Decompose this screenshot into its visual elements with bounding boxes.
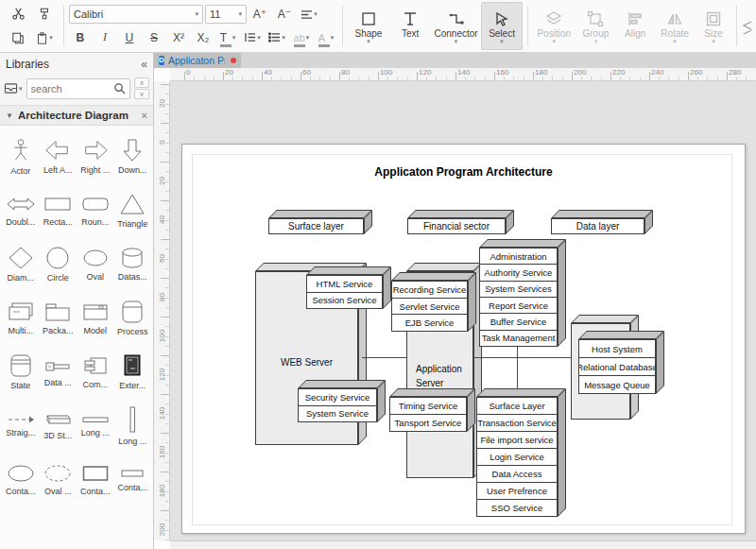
drawing-canvas[interactable]: Applicaton Program Architecture Surface …: [170, 81, 756, 540]
stack-app-top[interactable]: Recording ServiceServlet ServiceEJB Serv…: [391, 272, 476, 332]
library-section-header[interactable]: ▼ Architecture Diagram ×: [0, 105, 153, 126]
stack-web-bottom[interactable]: Security ServiceSystem Service: [298, 380, 386, 422]
underline-button[interactable]: U: [118, 27, 141, 48]
shape-long-bar-horizontal[interactable]: Long ...: [77, 399, 114, 453]
shape-left-arrow[interactable]: Left A...: [40, 129, 77, 183]
search-input[interactable]: [31, 83, 113, 94]
connector-tool-button[interactable]: Connector▼: [431, 2, 481, 50]
stack-row[interactable]: Tansport Service: [390, 415, 466, 431]
stack-row[interactable]: Task Management: [480, 331, 557, 346]
text-style-button[interactable]: T▾: [216, 27, 239, 48]
page: Applicaton Program Architecture Surface …: [181, 144, 746, 534]
shape-model[interactable]: Model: [77, 291, 114, 345]
shape-circle[interactable]: Circle: [40, 237, 77, 291]
stack-row[interactable]: Login Service: [477, 449, 557, 466]
superscript-button[interactable]: X²: [167, 27, 190, 48]
connector-line[interactable]: [473, 357, 517, 358]
bullet-list-button[interactable]: ▾: [266, 27, 288, 48]
shape-right-arrow[interactable]: Right ...: [77, 129, 114, 183]
ruler-label: 240: [649, 68, 688, 80]
horizontal-scrollbar-track[interactable]: [170, 540, 756, 549]
stack-row[interactable]: HTML Service: [307, 276, 382, 293]
font-color-button[interactable]: A▾: [315, 27, 337, 48]
shape-rounded-rectangle[interactable]: Roun...: [77, 183, 114, 237]
shape-component[interactable]: Com...: [77, 345, 114, 399]
shape-triangle[interactable]: Triangle: [114, 183, 152, 237]
scroll-up-button[interactable]: ∧: [134, 77, 149, 88]
shape-container-ellipse[interactable]: Conta...: [2, 453, 40, 506]
stack-data[interactable]: Host SystemRelational DatabaseMessage Qu…: [578, 331, 664, 394]
stack-row[interactable]: Transaction Service: [477, 415, 557, 432]
stack-row[interactable]: File import service: [477, 432, 557, 449]
text-tool-button[interactable]: Text▼: [389, 2, 431, 50]
shape-data-store[interactable]: Data ...: [40, 345, 77, 399]
italic-button[interactable]: I: [94, 27, 116, 48]
stack-row[interactable]: Authority Service: [480, 265, 557, 281]
font-size-select[interactable]: 11 ▾: [205, 5, 247, 24]
stack-row[interactable]: Message Queue: [579, 376, 655, 393]
stack-row[interactable]: Servlet Service: [392, 299, 467, 316]
stack-row[interactable]: System Service: [299, 406, 376, 422]
collapse-panel-icon[interactable]: «: [141, 58, 147, 71]
document-tab[interactable]: D Applicaton Program...: [154, 53, 241, 68]
shrink-font-button[interactable]: A⁻: [273, 4, 296, 25]
stack-app-bottom[interactable]: Timing ServiceTansport Service: [389, 388, 475, 432]
shape-state[interactable]: State: [2, 345, 40, 399]
shape-oval-dashed[interactable]: Oval ...: [40, 453, 77, 506]
line-spacing-button[interactable]: ▾: [241, 27, 264, 48]
select-tool-button[interactable]: Select▼: [481, 2, 523, 50]
library-menu-button[interactable]: ▾: [4, 82, 23, 94]
bold-button[interactable]: B: [69, 27, 92, 48]
stack-row[interactable]: Host System: [579, 340, 655, 358]
library-search[interactable]: [26, 78, 130, 99]
shape-diamond[interactable]: Diam...: [2, 237, 40, 291]
stack-row[interactable]: Surface Layer: [477, 398, 557, 415]
layer-box-data[interactable]: Data layer: [551, 210, 653, 234]
double-arrow-icon: [7, 194, 35, 214]
strikethrough-button[interactable]: S: [143, 27, 165, 48]
stack-row[interactable]: Data Access: [477, 466, 557, 483]
stack-row[interactable]: System Services: [480, 282, 557, 298]
shape-multiplicity[interactable]: Multi...: [2, 291, 40, 345]
shape-tool-button[interactable]: Shape▼: [348, 2, 389, 50]
text-align-button[interactable]: ▾: [298, 4, 320, 25]
layer-box-financial[interactable]: Financial sector: [407, 210, 514, 234]
highlight-button[interactable]: ab▾: [290, 27, 313, 48]
shape-double-arrow[interactable]: Doubl...: [2, 183, 40, 237]
grow-font-button[interactable]: A⁺: [249, 4, 271, 25]
close-library-icon[interactable]: ×: [142, 110, 147, 121]
connector-line[interactable]: [517, 357, 572, 358]
shape-oval[interactable]: Oval: [77, 237, 114, 291]
shape-actor[interactable]: Actor: [2, 129, 40, 183]
subscript-button[interactable]: X₂: [192, 27, 215, 48]
stack-surface[interactable]: Surface LayerTransaction ServiceFile imp…: [476, 388, 566, 517]
stack-row[interactable]: SSO Service: [477, 500, 557, 516]
connector-line[interactable]: [362, 357, 406, 358]
stack-row[interactable]: User Prefrence: [477, 483, 557, 500]
stack-row[interactable]: Administration: [480, 249, 557, 265]
shape-3d-stick[interactable]: 3D St...: [40, 399, 77, 453]
dropdown-caret-icon: ▾: [49, 34, 53, 42]
stack-row[interactable]: Session Service: [307, 293, 382, 309]
layer-box-surface[interactable]: Surface layer: [268, 210, 372, 234]
shape-straight-arrow[interactable]: Straig...: [2, 399, 40, 453]
format-painter-button[interactable]: [33, 4, 56, 25]
stack-row[interactable]: Buffer Service: [480, 314, 557, 330]
font-family-select[interactable]: Calibri ▾: [69, 5, 203, 24]
toolbar: ▾ Calibri ▾ 11 ▾ A⁺ A⁻ ▾ B I U S X² X₂: [0, 0, 756, 53]
stack-web-top[interactable]: HTML ServiceSession Service: [306, 266, 391, 309]
stack-row[interactable]: Timing Service: [390, 398, 466, 415]
shape-package[interactable]: Packa...: [40, 291, 77, 345]
stack-row[interactable]: EJB Service: [392, 315, 467, 331]
stack-row[interactable]: Recording Service: [392, 282, 467, 299]
stack-row[interactable]: Report Service: [480, 298, 557, 314]
stack-row[interactable]: Security Service: [299, 389, 376, 406]
3d-bar-icon: [43, 411, 72, 428]
copy-button[interactable]: [7, 27, 29, 48]
stack-admin[interactable]: AdministrationAuthority ServiceSystem Se…: [479, 239, 566, 347]
shape-rectangle[interactable]: Recta...: [40, 183, 77, 237]
shape-container-rect[interactable]: Conta...: [77, 453, 114, 506]
stack-row[interactable]: Relational Database: [579, 358, 655, 376]
cut-button[interactable]: [7, 4, 29, 25]
paste-button[interactable]: ▾: [33, 27, 56, 48]
